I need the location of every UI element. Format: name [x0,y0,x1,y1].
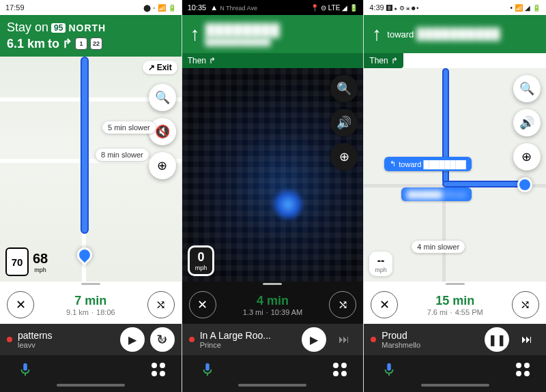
track-title: patterns [18,330,115,341]
assistant-bar [364,355,546,384]
map-canvas[interactable]: ↗Exit 🔍 🔇 ⊕ 5 min slower 8 min slower 70… [0,57,182,282]
maneuver-icon: ↱ [62,36,72,51]
eta-time: 15 min [427,294,483,308]
report-button[interactable]: ⊕ [513,143,541,170]
close-nav-button[interactable]: ✕ [371,291,398,318]
direction-banner[interactable]: ↑ toward ██████████ [364,15,546,53]
music-source-icon [371,337,376,342]
app-launcher-button[interactable] [152,363,165,376]
search-button[interactable]: 🔍 [513,75,541,102]
direction-banner[interactable]: ↑ ████████ ███████████ [182,15,364,53]
then-turn-icon: ↱ [391,56,398,65]
report-button[interactable]: ⊕ [149,152,176,179]
then-step[interactable]: Then↱ [364,53,403,68]
search-button[interactable]: 🔍 [330,75,358,102]
eta-distance: 1.3 mi [243,308,263,316]
app-launcher-button[interactable] [333,363,347,376]
route-direction-badge[interactable]: ↰toward ████████ [384,157,471,171]
play-icon: ▶ [128,333,136,346]
voice-assist-button[interactable] [16,361,34,378]
trip-footer[interactable]: ✕ 15 min 7.6 mi·4:55 PM ⤭ [364,286,546,324]
report-button[interactable]: ⊕ [330,143,358,170]
close-icon: ✕ [16,297,26,312]
close-icon: ✕ [197,297,207,312]
to-label: to [48,37,59,51]
report-icon: ⊕ [339,149,349,164]
route-shield-icon: 1 [75,37,87,50]
close-nav-button[interactable]: ✕ [7,291,34,318]
current-location-marker [74,244,95,265]
sound-icon: 🔊 [336,115,351,130]
exit-arrow-icon: ↗ [148,63,155,72]
play-icon: ▶ [310,333,318,346]
system-nav-bar[interactable] [364,384,546,392]
media-bar[interactable]: patterns leavv ▶ ↻30 [0,324,182,355]
route-options-button[interactable]: ⤭ [512,291,539,318]
toward-label: toward [387,29,414,40]
current-location-marker [271,187,305,222]
destination-text: ████████ [205,23,281,37]
track-title: In A Large Roo... [200,330,297,341]
close-icon: ✕ [379,297,390,312]
alt-route-pill[interactable]: 8 min slower [96,149,149,161]
status-time: 17:59 [5,3,25,12]
direction-banner[interactable]: Stay on 95 NORTH 6.1 km to ↱ 1 22 [0,15,182,57]
speed-widget: 0 mph [188,245,215,276]
close-nav-button[interactable]: ✕ [189,291,216,318]
eta-block[interactable]: 15 min 7.6 mi·4:55 PM [427,294,483,316]
eta-block[interactable]: 7 min 9.1 km·18:06 [66,294,115,316]
eta-arrival: 10:39 AM [271,308,302,316]
map-canvas[interactable]: ↰toward ████████ ██████ Road 🔍 🔊 ⊕ 4 min… [364,68,546,282]
media-bar[interactable]: In A Large Roo... Prince ▶ ⏭ [182,324,364,355]
sound-button[interactable]: 🔊 [330,109,358,136]
media-bar[interactable]: Proud Marshmello ❚❚ ⏭ [364,324,546,355]
track-artist: Marshmello [382,341,479,349]
report-icon: ⊕ [521,149,532,164]
trip-footer[interactable]: ✕ 4 min 1.3 mi·10:39 AM ⤭ [182,286,364,324]
track-title: Proud [382,330,479,341]
voice-assist-button[interactable] [199,361,216,378]
current-speed: -- mph [369,252,392,276]
sound-button[interactable]: 🔊 [513,109,541,136]
status-bar: 4:39 🅱 ⬥ ⚙ ▣ ⬤ • •📶◢🔋 [364,0,546,15]
search-button[interactable]: 🔍 [149,84,176,111]
assistant-bar [182,355,364,384]
map-canvas[interactable]: 🔍 🔊 ⊕ 0 mph [182,68,364,282]
pause-button[interactable]: ❚❚ [485,327,509,352]
app-launcher-button[interactable] [516,363,530,376]
status-bar: 17:59 ⬤◦📶🔋 [0,0,182,15]
alert-icon: 🔇 [155,124,170,139]
destination-subtext: ███████████ [205,37,281,46]
eta-arrival: 18:06 [96,308,115,316]
arrow-up-icon: ↑ [372,23,382,45]
system-nav-bar[interactable] [0,384,182,392]
play-button[interactable]: ▶ [302,327,326,352]
speed-widget: -- mph [369,252,392,276]
play-button[interactable]: ▶ [120,327,145,352]
turn-left-icon: ↰ [390,160,396,168]
speed-widget: 70 68 mph [5,247,48,276]
music-source-icon [7,337,12,342]
next-track-button-disabled: ⏭ [332,327,356,352]
eta-block[interactable]: 4 min 1.3 mi·10:39 AM [243,294,303,316]
alt-route-pill[interactable]: 5 min slower [102,121,156,134]
next-track-button[interactable]: ⏭ [515,327,539,352]
screenshot-panel-1: 17:59 ⬤◦📶🔋 Stay on 95 NORTH 6.1 km to ↱ … [0,0,182,392]
next-icon: ⏭ [339,333,349,346]
then-step[interactable]: Then↱ [182,53,221,68]
screenshot-panel-2: 10:35 ▲ N Thread Ave 📍⊝LTE◢🔋 ↑ ████████ … [182,0,364,392]
replay30-button[interactable]: ↻30 [150,327,175,352]
voice-assist-button[interactable] [380,361,398,378]
exit-chip[interactable]: ↗Exit [143,61,177,74]
route-direction-badge[interactable]: ██████ Road [401,187,472,201]
eta-distance: 7.6 mi [427,308,448,316]
sound-icon: 🔊 [519,115,534,130]
route-options-button[interactable]: ⤭ [147,291,175,318]
system-nav-bar[interactable] [182,384,364,392]
stay-on-label: Stay on [7,20,48,35]
status-icons: •📶◢🔋 [508,3,541,12]
trip-footer[interactable]: ✕ 7 min 9.1 km·18:06 ⤭ [0,286,182,324]
eta-time: 7 min [66,294,115,308]
route-options-button[interactable]: ⤭ [329,291,356,318]
alt-route-pill[interactable]: 4 min slower [412,241,465,253]
